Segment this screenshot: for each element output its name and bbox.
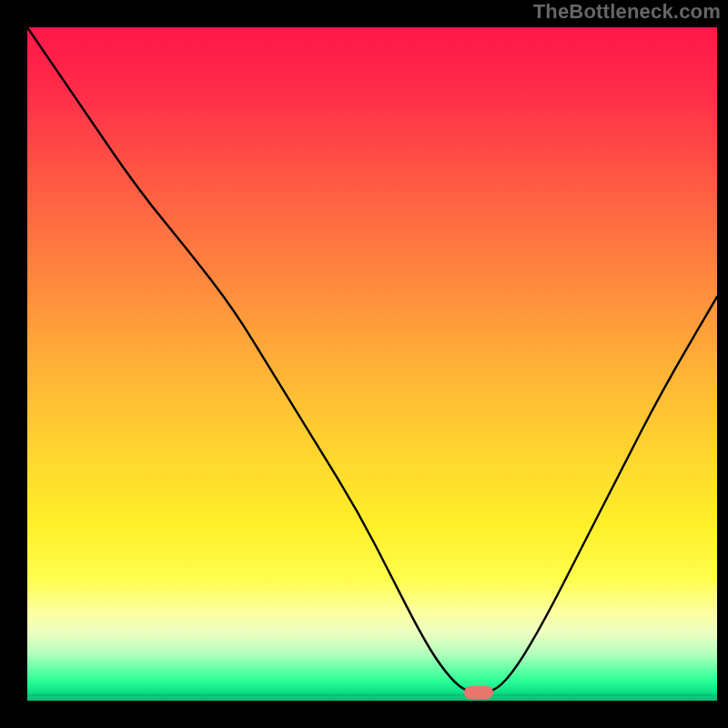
bottleneck-curve-path (27, 27, 717, 692)
plot-area (27, 27, 717, 701)
chart-frame: TheBottleneck.com (0, 0, 728, 728)
curve-overlay (27, 27, 717, 701)
optimal-point-marker (464, 686, 493, 699)
attribution-text: TheBottleneck.com (533, 0, 721, 24)
